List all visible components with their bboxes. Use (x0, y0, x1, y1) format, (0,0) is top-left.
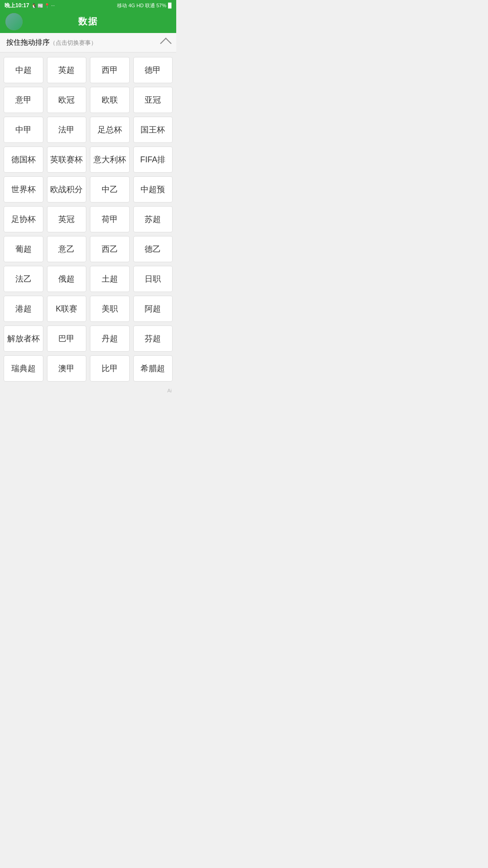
sort-main-text: 按住拖动排序 (6, 38, 50, 46)
league-item-4[interactable]: 意甲 (4, 87, 43, 113)
league-item-43[interactable]: 希腊超 (133, 355, 173, 382)
league-item-25[interactable]: 意乙 (47, 236, 87, 262)
league-item-30[interactable]: 土超 (90, 266, 130, 292)
league-item-42[interactable]: 比甲 (90, 355, 130, 382)
status-right: 移动 4G HD 联通 57% ▉ (117, 2, 172, 9)
page-title: 数据 (78, 15, 98, 28)
status-time: 晚上10:17 (5, 2, 29, 9)
league-item-6[interactable]: 欧联 (90, 87, 130, 113)
watermark-text: Ai (167, 388, 172, 393)
status-left: 晚上10:17 🐧 📰 📍 ··· (5, 2, 55, 9)
app-header: 数据 (0, 11, 176, 33)
league-item-31[interactable]: 日职 (133, 266, 173, 292)
league-item-2[interactable]: 西甲 (90, 57, 130, 83)
league-item-26[interactable]: 西乙 (90, 236, 130, 262)
league-item-40[interactable]: 瑞典超 (4, 355, 43, 382)
status-bar: 晚上10:17 🐧 📰 📍 ··· 移动 4G HD 联通 57% ▉ (0, 0, 176, 11)
collapse-icon[interactable] (160, 38, 171, 49)
league-item-10[interactable]: 足总杯 (90, 117, 130, 143)
league-item-23[interactable]: 苏超 (133, 206, 173, 232)
battery-icon: ▉ (168, 3, 172, 9)
league-item-16[interactable]: 世界杯 (4, 176, 43, 203)
league-item-36[interactable]: 解放者杯 (4, 326, 43, 352)
league-item-32[interactable]: 港超 (4, 296, 43, 322)
network-info: 移动 4G HD 联通 57% (117, 2, 166, 9)
league-item-39[interactable]: 芬超 (133, 326, 173, 352)
league-item-3[interactable]: 德甲 (133, 57, 173, 83)
league-item-38[interactable]: 丹超 (90, 326, 130, 352)
league-item-24[interactable]: 葡超 (4, 236, 43, 262)
league-item-28[interactable]: 法乙 (4, 266, 43, 292)
league-item-8[interactable]: 中甲 (4, 117, 43, 143)
notification-icons: 🐧 📰 📍 ··· (31, 3, 55, 8)
user-avatar[interactable] (5, 13, 23, 30)
league-item-7[interactable]: 亚冠 (133, 87, 173, 113)
league-item-14[interactable]: 意大利杯 (90, 146, 130, 173)
league-item-27[interactable]: 德乙 (133, 236, 173, 262)
league-item-19[interactable]: 中超预 (133, 176, 173, 203)
league-item-20[interactable]: 足协杯 (4, 206, 43, 232)
watermark: Ai (0, 386, 176, 395)
league-item-21[interactable]: 英冠 (47, 206, 87, 232)
league-item-33[interactable]: K联赛 (47, 296, 87, 322)
league-item-22[interactable]: 荷甲 (90, 206, 130, 232)
league-item-35[interactable]: 阿超 (133, 296, 173, 322)
league-item-15[interactable]: FIFA排 (133, 146, 173, 173)
sort-sub-text: （点击切换赛事） (50, 39, 97, 46)
league-item-18[interactable]: 中乙 (90, 176, 130, 203)
league-item-0[interactable]: 中超 (4, 57, 43, 83)
league-item-9[interactable]: 法甲 (47, 117, 87, 143)
league-item-34[interactable]: 美职 (90, 296, 130, 322)
avatar-image (5, 13, 23, 30)
league-item-1[interactable]: 英超 (47, 57, 87, 83)
league-item-37[interactable]: 巴甲 (47, 326, 87, 352)
league-item-29[interactable]: 俄超 (47, 266, 87, 292)
league-item-11[interactable]: 国王杯 (133, 117, 173, 143)
sort-bar-text: 按住拖动排序（点击切换赛事） (6, 38, 97, 47)
sort-bar: 按住拖动排序（点击切换赛事） (0, 33, 176, 52)
league-item-17[interactable]: 欧战积分 (47, 176, 87, 203)
league-grid: 中超英超西甲德甲意甲欧冠欧联亚冠中甲法甲足总杯国王杯德国杯英联赛杯意大利杯FIF… (0, 52, 176, 386)
league-item-5[interactable]: 欧冠 (47, 87, 87, 113)
league-item-13[interactable]: 英联赛杯 (47, 146, 87, 173)
league-item-41[interactable]: 澳甲 (47, 355, 87, 382)
league-item-12[interactable]: 德国杯 (4, 146, 43, 173)
